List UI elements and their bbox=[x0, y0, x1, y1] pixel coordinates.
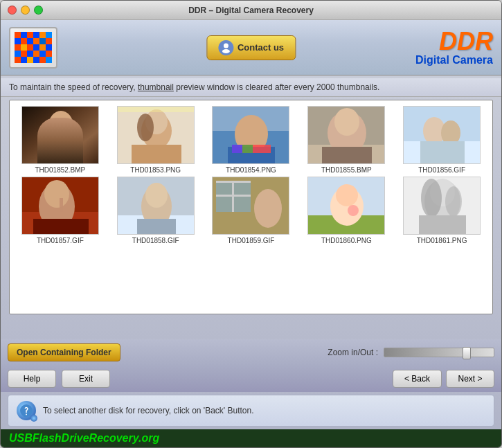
thumbnail-image bbox=[403, 177, 481, 235]
thumbnail-image bbox=[21, 177, 99, 235]
svg-rect-7 bbox=[21, 38, 27, 44]
svg-point-69 bbox=[145, 183, 168, 208]
svg-rect-20 bbox=[27, 51, 33, 57]
svg-rect-17 bbox=[46, 44, 52, 51]
svg-point-83 bbox=[348, 205, 359, 216]
next-button[interactable]: Next > bbox=[446, 370, 494, 388]
thumbnail-grid: THD01852.BMP bbox=[15, 106, 487, 244]
thumbnail-filename: THD01854.PNG bbox=[226, 166, 276, 174]
photo-8-svg bbox=[213, 177, 289, 235]
svg-rect-1 bbox=[21, 32, 27, 38]
svg-rect-24 bbox=[15, 57, 21, 63]
help-button[interactable]: Help bbox=[8, 370, 56, 388]
svg-rect-25 bbox=[21, 57, 27, 63]
svg-point-92 bbox=[26, 414, 27, 415]
svg-rect-23 bbox=[46, 51, 52, 57]
svg-point-82 bbox=[336, 184, 358, 206]
svg-point-89 bbox=[445, 186, 462, 217]
svg-rect-64 bbox=[60, 198, 63, 212]
thumbnail-filename: THD01853.PNG bbox=[130, 166, 181, 174]
svg-rect-38 bbox=[132, 145, 181, 164]
thumbnail-filename: THD01861.PNG bbox=[417, 237, 467, 244]
open-folder-button[interactable]: Open Containing Folder bbox=[8, 343, 120, 361]
thumbnail-grid-container[interactable]: THD01852.BMP bbox=[9, 100, 493, 314]
back-button[interactable]: < Back bbox=[393, 370, 442, 388]
thumbnail-image bbox=[403, 106, 481, 164]
zoom-thumb[interactable] bbox=[463, 347, 471, 359]
exit-button[interactable]: Exit bbox=[62, 370, 110, 388]
svg-rect-35 bbox=[43, 145, 79, 164]
thumbnail-image bbox=[21, 106, 99, 164]
thumbnail-filename: THD01857.GIF bbox=[37, 237, 84, 244]
svg-rect-2 bbox=[27, 32, 33, 38]
svg-rect-47 bbox=[232, 145, 242, 153]
info-text-highlight: thumbnail bbox=[138, 82, 174, 92]
content-area: To maintain the speed of recovery, thumb… bbox=[1, 75, 501, 429]
svg-rect-16 bbox=[39, 44, 46, 51]
svg-rect-11 bbox=[46, 38, 52, 44]
thumbnail-filename: THD01852.BMP bbox=[35, 166, 85, 174]
photo-1-svg bbox=[22, 107, 99, 164]
ddr-logo: DDR Digital Camera bbox=[415, 29, 493, 66]
thumbnail-image bbox=[117, 106, 195, 164]
svg-point-31 bbox=[222, 49, 229, 53]
thumbnail-item[interactable]: THD01853.PNG bbox=[111, 106, 201, 174]
svg-rect-76 bbox=[232, 181, 234, 212]
svg-rect-26 bbox=[27, 57, 33, 63]
ddr-title: DDR bbox=[415, 29, 493, 54]
info-text-prefix: To maintain the speed of recovery, bbox=[9, 82, 138, 92]
thumbnail-item[interactable]: THD01861.PNG bbox=[397, 177, 487, 244]
svg-point-88 bbox=[421, 179, 442, 217]
ddr-subtitle: Digital Camera bbox=[415, 54, 493, 66]
thumbnail-item[interactable]: THD01859.GIF bbox=[206, 177, 296, 244]
thumbnail-item[interactable]: THD01856.GIF bbox=[397, 106, 487, 174]
thumbnail-item[interactable]: THD01852.BMP bbox=[15, 106, 105, 174]
photo-7-svg bbox=[118, 177, 195, 235]
svg-rect-8 bbox=[27, 38, 33, 44]
info-icon bbox=[19, 404, 33, 418]
svg-rect-12 bbox=[15, 44, 21, 51]
photo-5-svg bbox=[404, 107, 481, 164]
svg-rect-3 bbox=[33, 32, 39, 38]
close-button[interactable] bbox=[8, 6, 17, 15]
svg-rect-29 bbox=[46, 57, 52, 63]
svg-point-40 bbox=[137, 114, 154, 141]
thumbnail-item[interactable]: THD01855.BMP bbox=[301, 106, 391, 174]
thumbnail-item[interactable]: THD01857.GIF bbox=[15, 177, 105, 244]
info-text-suffix: preview window is cleared after every 20… bbox=[174, 82, 379, 92]
thumbnail-item[interactable]: THD01854.PNG bbox=[206, 106, 296, 174]
svg-rect-63 bbox=[33, 219, 89, 235]
svg-rect-19 bbox=[21, 51, 27, 57]
window-title: DDR – Digital Camera Recovery bbox=[188, 6, 314, 15]
thumbnail-image bbox=[307, 177, 385, 235]
minimize-button[interactable] bbox=[21, 6, 30, 15]
contact-us-button[interactable]: Contact us bbox=[206, 35, 296, 60]
navigation-row: Help Exit < Back Next > bbox=[1, 366, 501, 392]
contact-icon bbox=[218, 40, 233, 55]
svg-rect-21 bbox=[33, 51, 39, 57]
status-message: To select another disk for recovery, cli… bbox=[43, 406, 254, 415]
svg-point-30 bbox=[223, 43, 228, 48]
svg-rect-9 bbox=[33, 38, 39, 44]
app-logo bbox=[9, 27, 57, 69]
header: Contact us DDR Digital Camera bbox=[1, 20, 501, 75]
svg-point-34 bbox=[48, 111, 73, 141]
svg-rect-70 bbox=[137, 219, 176, 235]
maximize-button[interactable] bbox=[34, 6, 43, 15]
photo-10-svg bbox=[404, 177, 481, 235]
svg-rect-5 bbox=[46, 32, 52, 38]
svg-rect-18 bbox=[15, 51, 21, 57]
zoom-slider[interactable] bbox=[384, 348, 494, 357]
thumbnail-filename: THD01855.BMP bbox=[321, 166, 372, 174]
zoom-label: Zoom in/Out : bbox=[328, 348, 378, 357]
photo-4-svg bbox=[308, 107, 385, 164]
thumbnail-item[interactable]: THD01858.GIF bbox=[111, 177, 201, 244]
footer-url: USBFlashDriveRecovery.org bbox=[9, 432, 159, 445]
thumbnail-image bbox=[117, 177, 195, 235]
thumbnail-item[interactable]: THD01860.PNG bbox=[301, 177, 391, 244]
person-icon bbox=[220, 42, 231, 53]
svg-point-62 bbox=[44, 180, 69, 208]
svg-rect-28 bbox=[39, 57, 46, 63]
zoom-area: Zoom in/Out : bbox=[328, 348, 494, 357]
logo-icon bbox=[15, 32, 52, 64]
